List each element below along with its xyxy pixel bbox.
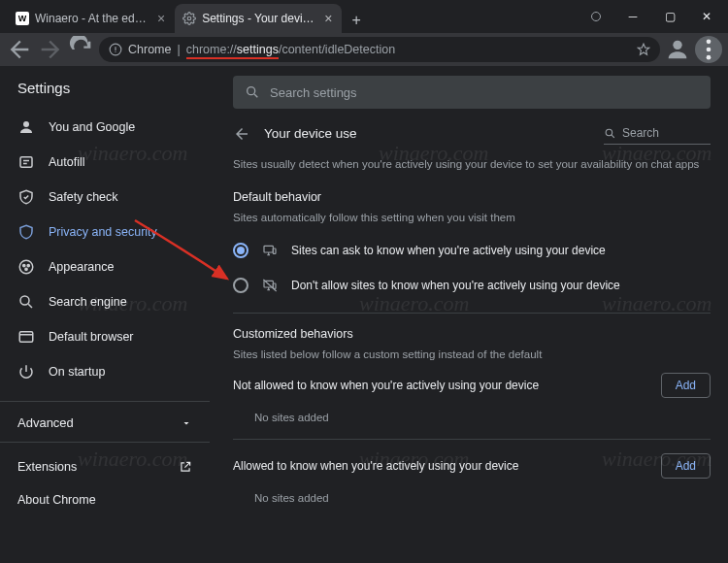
external-link-icon — [179, 460, 192, 474]
browser-tab-settings[interactable]: Settings - Your device use × — [175, 4, 342, 33]
gear-icon — [182, 12, 196, 25]
nav-label: On startup — [49, 365, 105, 379]
radio-label: Sites can ask to know when you're active… — [291, 244, 606, 257]
page-title: Your device use — [264, 126, 590, 141]
radio-dont-allow[interactable]: Don't allow sites to know when you're ac… — [233, 268, 711, 303]
nav-label: Appearance — [49, 260, 114, 274]
url-scheme-label: Chrome — [128, 43, 171, 56]
shield-icon — [17, 223, 35, 241]
minimize-button[interactable]: ─ — [615, 4, 650, 29]
nav-autofill[interactable]: Autofill — [0, 145, 210, 180]
search-icon — [17, 293, 35, 311]
nav-forward-button[interactable] — [37, 36, 64, 63]
nav-about-chrome[interactable]: About Chrome — [0, 483, 210, 516]
customized-title: Customized behaviors — [233, 327, 711, 341]
svg-point-9 — [23, 264, 25, 266]
tab-title: Settings - Your device use — [202, 12, 318, 25]
nav-back-button[interactable] — [6, 36, 33, 63]
browser-tab-winaero[interactable]: W Winaero - At the edge of tweaki × — [8, 4, 175, 33]
svg-point-4 — [707, 48, 711, 52]
url-part: chrome:// — [186, 43, 237, 59]
bookmark-star-icon[interactable] — [637, 43, 650, 56]
svg-rect-16 — [264, 246, 273, 252]
nav-label: Privacy and security — [49, 225, 157, 239]
nav-label: Search engine — [49, 295, 127, 309]
address-bar[interactable]: Chrome | chrome://settings/content/idleD… — [99, 37, 660, 62]
autofill-icon — [17, 153, 35, 171]
chevron-down-icon — [181, 417, 192, 429]
settings-search-input[interactable]: Search settings — [233, 76, 711, 109]
extensions-label: Extensions — [17, 460, 77, 474]
safety-check-icon — [17, 188, 35, 206]
nav-extensions[interactable]: Extensions — [0, 450, 210, 483]
menu-button[interactable] — [695, 36, 722, 63]
person-icon — [17, 118, 35, 136]
svg-point-11 — [25, 268, 27, 270]
back-arrow-button[interactable] — [233, 125, 250, 143]
url-highlight: settings — [237, 43, 279, 59]
close-icon[interactable]: × — [324, 11, 332, 26]
nav-label: Safety check — [49, 190, 118, 204]
radio-sites-can-ask[interactable]: Sites can ask to know when you're active… — [233, 233, 711, 268]
nav-label: Autofill — [49, 155, 85, 169]
nav-appearance[interactable]: Appearance — [0, 249, 210, 284]
close-window-button[interactable]: ✕ — [689, 4, 724, 29]
svg-rect-19 — [273, 283, 276, 288]
nav-search-engine[interactable]: Search engine — [0, 284, 210, 319]
svg-point-6 — [23, 121, 29, 127]
not-allowed-label: Not allowed to know when you're actively… — [233, 379, 539, 392]
power-icon — [17, 363, 35, 381]
divider — [233, 439, 711, 440]
window-controls: ─ ▢ ✕ — [579, 4, 728, 33]
svg-rect-7 — [20, 157, 32, 168]
add-not-allowed-button[interactable]: Add — [661, 373, 711, 398]
svg-point-15 — [606, 129, 612, 136]
advanced-label: Advanced — [17, 415, 74, 430]
account-indicator[interactable] — [579, 4, 613, 29]
browser-toolbar: Chrome | chrome://settings/content/idleD… — [0, 33, 728, 66]
new-tab-button[interactable]: + — [342, 8, 370, 33]
svg-point-5 — [707, 55, 711, 60]
no-sites-text: No sites added — [233, 484, 711, 510]
nav-safety-check[interactable]: Safety check — [0, 180, 210, 215]
appearance-icon — [17, 258, 35, 276]
about-label: About Chrome — [17, 493, 96, 507]
nav-advanced[interactable]: Advanced — [0, 401, 210, 443]
close-icon[interactable]: × — [157, 11, 165, 26]
no-sites-text: No sites added — [233, 404, 711, 429]
settings-main: Search settings Your device use Search S… — [210, 66, 728, 563]
add-allowed-button[interactable]: Add — [661, 453, 711, 479]
nav-label: You and Google — [49, 120, 135, 134]
device-blocked-icon — [262, 278, 278, 293]
svg-point-0 — [187, 17, 191, 20]
radio-unselected-icon — [233, 278, 248, 293]
svg-point-3 — [707, 40, 711, 45]
svg-rect-17 — [273, 248, 276, 253]
profile-button[interactable] — [664, 36, 691, 63]
customized-sub: Sites listed below follow a custom setti… — [233, 347, 711, 363]
browser-icon — [17, 328, 35, 346]
favicon-winaero: W — [16, 12, 29, 25]
svg-point-10 — [27, 264, 29, 266]
svg-point-14 — [248, 87, 255, 95]
default-behavior-sub: Sites automatically follow this setting … — [233, 210, 711, 226]
nav-privacy-security[interactable]: Privacy and security — [0, 215, 210, 249]
svg-point-12 — [20, 296, 29, 305]
site-info-icon[interactable] — [109, 43, 122, 56]
reload-button[interactable] — [68, 36, 95, 63]
nav-on-startup[interactable]: On startup — [0, 354, 210, 389]
svg-rect-13 — [19, 332, 33, 343]
settings-nav: You and Google Autofill Safety check Pri… — [0, 106, 210, 393]
nav-label: Default browser — [49, 330, 134, 344]
default-behavior-title: Default behavior — [233, 190, 711, 204]
section-search-input[interactable]: Search — [604, 122, 711, 145]
search-label: Search — [622, 126, 659, 140]
nav-you-and-google[interactable]: You and Google — [0, 110, 210, 145]
nav-default-browser[interactable]: Default browser — [0, 319, 210, 354]
allowed-label: Allowed to know when you're actively usi… — [233, 459, 518, 473]
svg-point-2 — [673, 41, 681, 50]
url-part: /content/idleDetection — [279, 43, 395, 56]
tab-title: Winaero - At the edge of tweaki — [35, 12, 151, 25]
url-separator: | — [177, 43, 180, 56]
maximize-button[interactable]: ▢ — [652, 4, 687, 29]
